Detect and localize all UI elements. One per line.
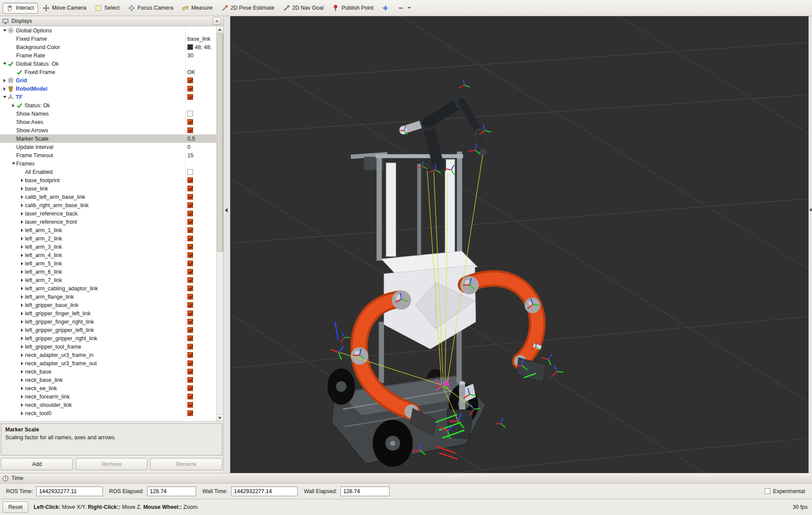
enabled-checkbox[interactable] — [187, 202, 193, 208]
expander-right-icon[interactable] — [19, 293, 25, 301]
enabled-checkbox[interactable] — [187, 385, 193, 391]
enabled-checkbox[interactable] — [187, 219, 193, 225]
tree-row-value[interactable] — [186, 342, 217, 351]
tree-row-value[interactable] — [186, 293, 217, 301]
scrollbar-up-arrow-icon[interactable] — [217, 26, 223, 33]
enabled-checkbox[interactable] — [187, 335, 193, 341]
tree-row-value[interactable] — [186, 284, 217, 293]
expander-right-icon[interactable] — [19, 342, 25, 351]
tree-row-marker-scale[interactable]: Marker Scale0,5 — [0, 134, 217, 143]
panel-splitter[interactable] — [224, 16, 230, 473]
tree-row-value[interactable] — [186, 259, 217, 268]
tree-row-value[interactable]: 30 — [186, 51, 217, 60]
tree-scrollbar[interactable] — [216, 26, 223, 421]
enabled-checkbox[interactable] — [187, 86, 193, 92]
enabled-checkbox[interactable] — [187, 194, 193, 200]
tree-row-value[interactable] — [186, 234, 217, 243]
tree-row-left-gripper-gripper-right-link[interactable]: left_gripper_gripper_right_link — [0, 334, 217, 342]
tool-move-camera[interactable]: Move Camera — [39, 3, 91, 14]
wall-elapsed-input[interactable] — [341, 487, 390, 496]
add-button[interactable]: Add — [1, 458, 73, 470]
tree-row-base-link[interactable]: base_link — [0, 184, 217, 193]
tree-row-value[interactable]: 0 — [186, 143, 217, 151]
tool-publish-point[interactable]: Publish Point — [328, 3, 377, 14]
3d-viewport[interactable] — [230, 16, 808, 473]
tree-row-value[interactable] — [186, 392, 217, 401]
expander-right-icon[interactable] — [19, 384, 25, 392]
tree-row-laser-reference-front[interactable]: laser_reference_front — [0, 218, 217, 226]
tree-row-neck-forearm-link[interactable]: neck_forearm_link — [0, 392, 217, 401]
tree-row-left-gripper-finger-left-link[interactable]: left_gripper_finger_left_link — [0, 309, 217, 317]
tree-row-show-names[interactable]: Show Names — [0, 109, 217, 118]
enabled-checkbox[interactable] — [187, 319, 193, 325]
tree-row-value[interactable] — [186, 317, 217, 326]
enabled-checkbox[interactable] — [187, 127, 193, 133]
tree-row-show-axes[interactable]: Show Axes — [0, 118, 217, 126]
expander-right-icon[interactable] — [19, 317, 25, 326]
ros-elapsed-input[interactable] — [147, 487, 196, 496]
tree-row-value[interactable] — [186, 118, 217, 126]
tree-row-value[interactable] — [186, 168, 217, 176]
tool-interact[interactable]: Interact — [3, 3, 38, 14]
expander-right-icon[interactable] — [19, 376, 25, 384]
tree-row-neck-adapter-ur3-frame-out[interactable]: neck_adapter_ur3_frame_out — [0, 359, 217, 367]
tree-row-fixed-frame[interactable]: Fixed FrameOK — [0, 68, 217, 76]
tree-row-value[interactable] — [186, 93, 217, 101]
tree-row-calib-left-arm-base-link[interactable]: calib_left_arm_base_link — [0, 193, 217, 201]
enabled-checkbox[interactable] — [187, 244, 193, 250]
enabled-checkbox[interactable] — [187, 286, 193, 291]
enabled-checkbox[interactable] — [187, 402, 193, 408]
tree-row-base-footprint[interactable]: base_footprint — [0, 176, 217, 184]
tree-row-value[interactable] — [186, 276, 217, 284]
tree-row-all-enabled[interactable]: All Enabled — [0, 168, 217, 176]
tree-row-value[interactable] — [186, 76, 217, 85]
expander-right-icon[interactable] — [19, 401, 25, 409]
tree-row-left-arm-4-link[interactable]: left_arm_4_link — [0, 251, 217, 259]
tree-row-global-status-ok[interactable]: Global Status: Ok — [0, 60, 217, 68]
expander-down-icon[interactable] — [2, 60, 7, 68]
enabled-checkbox[interactable] — [187, 119, 193, 125]
tree-row-neck-ee-link[interactable]: neck_ee_link — [0, 384, 217, 392]
tree-row-value[interactable] — [186, 367, 217, 376]
expander-down-icon[interactable] — [2, 93, 7, 101]
tree-row-value[interactable] — [186, 85, 217, 93]
tree-row-left-arm-6-link[interactable]: left_arm_6_link — [0, 268, 217, 276]
tree-row-value[interactable] — [186, 226, 217, 234]
tree-row-left-arm-7-link[interactable]: left_arm_7_link — [0, 276, 217, 284]
tree-row-background-color[interactable]: Background Color48; 48; — [0, 43, 217, 51]
tree-row-left-arm-flange-link[interactable]: left_arm_flange_link — [0, 293, 217, 301]
collapse-left-icon[interactable] — [225, 208, 228, 212]
enabled-checkbox[interactable] — [187, 252, 193, 258]
tree-row-laser-reference-back[interactable]: laser_reference_back — [0, 209, 217, 218]
tree-row-calib-right-arm-base-link[interactable]: calib_right_arm_base_link — [0, 201, 217, 209]
reset-button[interactable]: Reset — [3, 501, 28, 513]
tree-row-value[interactable] — [186, 268, 217, 276]
remove-button[interactable]: Remove — [76, 458, 148, 470]
tree-row-value[interactable] — [186, 301, 217, 309]
enabled-checkbox[interactable] — [187, 327, 193, 333]
expander-right-icon[interactable] — [19, 201, 25, 209]
expander-right-icon[interactable] — [19, 226, 25, 234]
enabled-checkbox[interactable] — [187, 169, 193, 175]
tree-row-frame-rate[interactable]: Frame Rate30 — [0, 51, 217, 60]
tree-row-update-interval[interactable]: Update Interval0 — [0, 143, 217, 151]
expander-right-icon[interactable] — [19, 392, 25, 401]
expander-down-icon[interactable] — [2, 26, 7, 35]
tree-row-value[interactable] — [186, 376, 217, 384]
enabled-checkbox[interactable] — [187, 369, 193, 374]
tree-row-neck-adapter-ur3-frame-in[interactable]: neck_adapter_ur3_frame_in — [0, 351, 217, 359]
tree-row-value[interactable] — [186, 384, 217, 392]
enabled-checkbox[interactable] — [187, 236, 193, 241]
tree-row-fixed-frame[interactable]: Fixed Framebase_link — [0, 35, 217, 43]
tree-row-value[interactable] — [186, 193, 217, 201]
tool-select[interactable]: Select — [91, 3, 123, 14]
enabled-checkbox[interactable] — [187, 177, 193, 183]
tool-measure[interactable]: Measure — [178, 3, 217, 14]
tree-row-value[interactable] — [186, 251, 217, 259]
tree-row-left-gripper-finger-right-link[interactable]: left_gripper_finger_right_link — [0, 317, 217, 326]
tree-row-value[interactable] — [186, 184, 217, 193]
expander-right-icon[interactable] — [19, 351, 25, 359]
tree-row-value[interactable]: 48; 48; — [186, 43, 217, 51]
expander-right-icon[interactable] — [19, 234, 25, 243]
enabled-checkbox[interactable] — [187, 269, 193, 275]
